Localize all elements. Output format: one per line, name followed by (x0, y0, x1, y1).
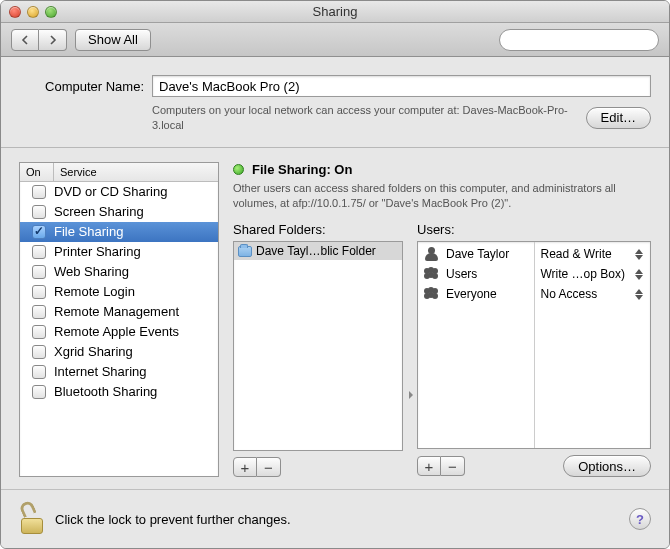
add-folder-button[interactable]: + (233, 457, 257, 477)
service-label: Bluetooth Sharing (54, 384, 157, 399)
service-checkbox[interactable] (32, 225, 46, 239)
col-service[interactable]: Service (54, 163, 218, 181)
edit-hostname-button[interactable]: Edit… (586, 107, 651, 129)
permission-row[interactable]: Read & Write (535, 244, 651, 264)
user-row[interactable]: Users (418, 264, 534, 284)
service-label: Screen Sharing (54, 204, 144, 219)
service-row[interactable]: File Sharing (20, 222, 218, 242)
stepper-icon[interactable] (634, 269, 644, 280)
group-icon (424, 287, 440, 301)
service-checkbox[interactable] (32, 185, 46, 199)
shared-folders-list[interactable]: Dave Tayl…blic Folder (233, 241, 403, 451)
service-checkbox[interactable] (32, 305, 46, 319)
shared-folder-row[interactable]: Dave Tayl…blic Folder (234, 242, 402, 260)
service-row[interactable]: Screen Sharing (20, 202, 218, 222)
permission-label: Read & Write (541, 247, 612, 261)
stepper-icon[interactable] (634, 289, 644, 300)
services-panel: On Service DVD or CD SharingScreen Shari… (19, 162, 219, 477)
service-label: Printer Sharing (54, 244, 141, 259)
show-all-label: Show All (88, 32, 138, 47)
user-row[interactable]: Dave Taylor (418, 244, 534, 264)
remove-user-button[interactable]: − (441, 456, 465, 476)
forward-button[interactable] (39, 29, 67, 51)
window-title: Sharing (1, 4, 669, 19)
service-checkbox[interactable] (32, 265, 46, 279)
service-row[interactable]: Web Sharing (20, 262, 218, 282)
users-list[interactable]: Dave TaylorUsersEveryone Read & WriteWri… (417, 241, 651, 449)
services-list[interactable]: On Service DVD or CD SharingScreen Shari… (19, 162, 219, 477)
shared-folder-label: Dave Tayl…blic Folder (256, 244, 376, 258)
service-label: Xgrid Sharing (54, 344, 133, 359)
permission-row[interactable]: Write …op Box) (535, 264, 651, 284)
service-label: Internet Sharing (54, 364, 147, 379)
services-header: On Service (20, 163, 218, 182)
add-user-button[interactable]: + (417, 456, 441, 476)
service-label: Web Sharing (54, 264, 129, 279)
service-row[interactable]: Remote Apple Events (20, 322, 218, 342)
resize-handle-icon[interactable] (407, 384, 413, 406)
user-icon (424, 247, 440, 261)
body-section: On Service DVD or CD SharingScreen Shari… (1, 148, 669, 489)
service-row[interactable]: Remote Login (20, 282, 218, 302)
stepper-icon[interactable] (634, 249, 644, 260)
service-label: File Sharing (54, 224, 123, 239)
help-button[interactable]: ? (629, 508, 651, 530)
shared-folders-addremove: + − (233, 457, 281, 477)
nav-buttons (11, 29, 67, 51)
chevron-left-icon (20, 35, 30, 45)
user-row[interactable]: Everyone (418, 284, 534, 304)
service-label: Remote Management (54, 304, 179, 319)
service-checkbox[interactable] (32, 345, 46, 359)
chevron-right-icon (48, 35, 58, 45)
user-name: Dave Taylor (446, 247, 509, 261)
service-row[interactable]: Xgrid Sharing (20, 342, 218, 362)
service-checkbox[interactable] (32, 325, 46, 339)
status-description: Other users can access shared folders on… (233, 181, 651, 211)
service-checkbox[interactable] (32, 285, 46, 299)
permission-label: Write …op Box) (541, 267, 625, 281)
back-button[interactable] (11, 29, 39, 51)
options-label: Options… (578, 459, 636, 474)
group-icon (424, 267, 440, 281)
computer-name-help: Computers on your local network can acce… (152, 103, 576, 133)
computer-name-section: Computer Name: Computers on your local n… (1, 57, 669, 148)
users-label: Users: (417, 222, 651, 237)
toolbar: Show All (1, 23, 669, 57)
detail-panel: File Sharing: On Other users can access … (233, 162, 651, 477)
show-all-button[interactable]: Show All (75, 29, 151, 51)
shared-folders-label: Shared Folders: (233, 222, 403, 237)
options-button[interactable]: Options… (563, 455, 651, 477)
titlebar: Sharing (1, 1, 669, 23)
computer-name-label: Computer Name: (19, 79, 144, 94)
service-label: DVD or CD Sharing (54, 184, 167, 199)
sharing-prefpane-window: Sharing Show All Computer Name: C (0, 0, 670, 549)
lock-icon[interactable] (19, 504, 45, 534)
service-row[interactable]: Remote Management (20, 302, 218, 322)
service-checkbox[interactable] (32, 365, 46, 379)
search-field[interactable] (499, 29, 659, 51)
status-title: File Sharing: On (252, 162, 352, 177)
service-row[interactable]: Bluetooth Sharing (20, 382, 218, 402)
footer: Click the lock to prevent further change… (1, 489, 669, 548)
computer-name-input[interactable] (152, 75, 651, 97)
service-checkbox[interactable] (32, 205, 46, 219)
lock-text: Click the lock to prevent further change… (55, 512, 291, 527)
search-input[interactable] (514, 33, 664, 47)
service-row[interactable]: Internet Sharing (20, 362, 218, 382)
col-on[interactable]: On (20, 163, 54, 181)
users-block: Users: Dave TaylorUsersEveryone Read & W… (417, 222, 651, 477)
service-label: Remote Login (54, 284, 135, 299)
remove-folder-button[interactable]: − (257, 457, 281, 477)
main-content: Computer Name: Computers on your local n… (1, 57, 669, 548)
status-indicator-icon (233, 164, 244, 175)
permission-row[interactable]: No Access (535, 284, 651, 304)
service-label: Remote Apple Events (54, 324, 179, 339)
user-name: Everyone (446, 287, 497, 301)
service-checkbox[interactable] (32, 385, 46, 399)
folder-icon (238, 246, 252, 257)
users-addremove: + − (417, 456, 465, 476)
service-row[interactable]: Printer Sharing (20, 242, 218, 262)
service-row[interactable]: DVD or CD Sharing (20, 182, 218, 202)
service-checkbox[interactable] (32, 245, 46, 259)
user-name: Users (446, 267, 477, 281)
